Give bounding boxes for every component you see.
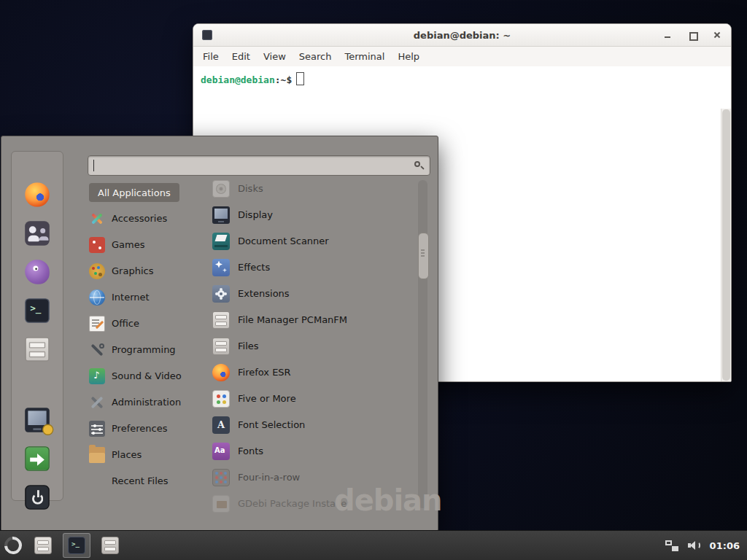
- five-or-more-icon: [212, 390, 230, 408]
- category-label: Office: [112, 318, 139, 329]
- effects-icon: [212, 259, 230, 276]
- terminal-menubar: File Edit View Search Terminal Help: [193, 47, 731, 67]
- taskbar-launcher-terminal[interactable]: [63, 533, 90, 558]
- app-list-scrollbar[interactable]: [418, 180, 427, 508]
- debian-watermark: debian: [334, 483, 442, 517]
- app-files[interactable]: Files: [212, 336, 418, 356]
- app-label: Five or More: [238, 393, 296, 404]
- category-administration[interactable]: Administration: [89, 392, 198, 412]
- places-icon: [89, 447, 105, 463]
- category-all-applications[interactable]: All Applications: [89, 183, 179, 202]
- maximize-icon[interactable]: [687, 30, 697, 40]
- category-label: Internet: [112, 292, 150, 303]
- internet-icon: [89, 289, 105, 306]
- session-shutdown[interactable]: [21, 481, 53, 513]
- category-games[interactable]: Games: [89, 235, 198, 254]
- favorites-sidebar: [11, 151, 63, 501]
- app-label: Four-in-a-row: [238, 472, 300, 483]
- category-office[interactable]: Office: [89, 314, 198, 333]
- favorite-firefox[interactable]: [21, 179, 53, 211]
- taskbar-launcher-files[interactable]: [96, 533, 124, 558]
- preferences-icon: [89, 421, 105, 437]
- category-graphics[interactable]: Graphics: [89, 261, 198, 281]
- favorite-file-manager[interactable]: [21, 333, 53, 365]
- menu-file[interactable]: File: [196, 51, 225, 62]
- favorite-users-app[interactable]: [21, 217, 53, 249]
- menu-search[interactable]: Search: [293, 51, 338, 62]
- programming-icon: [89, 342, 105, 358]
- app-label: Files: [238, 341, 259, 351]
- app-list-scrollbar-thumb[interactable]: [418, 233, 429, 279]
- app-font-selection[interactable]: Font Selection: [212, 415, 418, 435]
- app-five-or-more[interactable]: Five or More: [212, 389, 418, 408]
- application-list: Disks Display Document Scanner Effects E…: [212, 179, 418, 520]
- app-label: Document Scanner: [238, 236, 329, 246]
- session-lock-screen[interactable]: [21, 404, 53, 436]
- app-display[interactable]: Display: [212, 205, 418, 225]
- app-firefox-esr[interactable]: Firefox ESR: [212, 362, 418, 382]
- app-label: Display: [238, 209, 273, 220]
- app-document-scanner[interactable]: Document Scanner: [212, 231, 418, 251]
- prompt-path: :~$: [275, 74, 292, 85]
- font-selection-icon: [212, 416, 230, 434]
- volume-icon[interactable]: [687, 540, 701, 551]
- taskbar-tray: 01:06: [665, 540, 747, 551]
- category-accessories[interactable]: Accessories: [89, 209, 198, 228]
- category-internet[interactable]: Internet: [89, 287, 198, 307]
- app-effects[interactable]: Effects: [212, 257, 418, 277]
- terminal-window-icon: [202, 30, 212, 40]
- clock[interactable]: 01:06: [710, 540, 740, 551]
- file-manager-icon: [25, 337, 50, 362]
- favorite-terminal[interactable]: [21, 295, 53, 327]
- category-label: Administration: [112, 397, 181, 408]
- category-sound-video[interactable]: Sound & Video: [89, 366, 198, 386]
- category-recent-files[interactable]: Recent Files: [89, 471, 198, 491]
- terminal-scrollbar[interactable]: [721, 109, 731, 381]
- menu-help[interactable]: Help: [391, 51, 426, 62]
- file-manager-icon: [34, 537, 52, 554]
- menu-edit[interactable]: Edit: [225, 51, 257, 62]
- network-icon[interactable]: [665, 540, 678, 551]
- app-extensions[interactable]: Extensions: [212, 284, 418, 303]
- terminal-titlebar[interactable]: debian@debian: ~: [193, 24, 731, 47]
- app-label: Fonts: [238, 446, 263, 456]
- volume-wave: [696, 542, 700, 549]
- desktop[interactable]: debian@debian: ~ File Edit View Search T…: [0, 0, 747, 560]
- category-places[interactable]: Places: [89, 445, 198, 464]
- category-preferences[interactable]: Preferences: [89, 419, 198, 438]
- office-icon: [89, 316, 105, 332]
- session-logout[interactable]: [21, 443, 53, 475]
- category-label: Sound & Video: [112, 370, 182, 381]
- menu-button[interactable]: [0, 531, 26, 560]
- app-file-manager-pcmanfm[interactable]: File Manager PCManFM: [212, 310, 418, 330]
- terminal-icon: [68, 537, 85, 554]
- category-label: Recent Files: [112, 475, 169, 486]
- menu-terminal[interactable]: Terminal: [338, 51, 391, 62]
- taskbar-launcher-file-manager[interactable]: [29, 533, 57, 558]
- terminal-title: debian@debian: ~: [414, 30, 511, 41]
- favorite-purple-bird-app[interactable]: [21, 256, 53, 288]
- users-icon: [25, 221, 50, 246]
- disks-icon: [212, 180, 230, 198]
- search-input[interactable]: [88, 156, 430, 175]
- category-programming[interactable]: Programming: [89, 340, 198, 359]
- category-label: Graphics: [112, 265, 153, 276]
- taskbar: 01:06: [0, 530, 747, 560]
- app-label: Disks: [238, 183, 263, 194]
- close-icon[interactable]: [712, 30, 722, 40]
- purple-bird-icon: [25, 260, 50, 284]
- firefox-icon: [212, 364, 230, 381]
- firefox-icon: [25, 182, 50, 207]
- menu-view[interactable]: View: [257, 51, 293, 62]
- app-disks[interactable]: Disks: [212, 179, 418, 198]
- extensions-icon: [212, 285, 230, 303]
- display-icon: [212, 206, 230, 224]
- terminal-scrollbar-thumb[interactable]: [722, 109, 730, 381]
- app-fonts[interactable]: Fonts: [212, 441, 418, 461]
- minimize-icon[interactable]: [662, 30, 673, 40]
- search-icon: [414, 160, 424, 171]
- category-label: Programming: [112, 344, 176, 355]
- application-menu: All Applications Accessories Games Graph…: [1, 136, 438, 532]
- window-controls: [662, 24, 722, 46]
- four-in-a-row-icon: [212, 469, 230, 486]
